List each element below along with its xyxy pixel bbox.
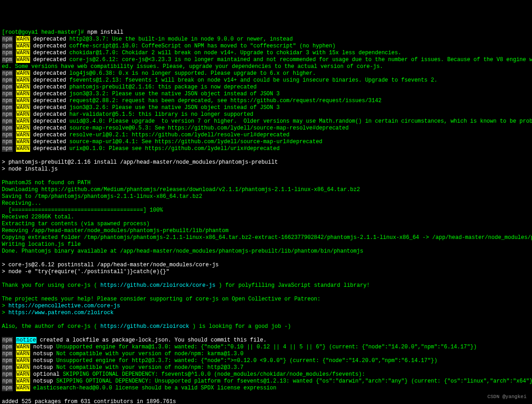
corejs-help: The project needs your help! Please cons…	[2, 296, 530, 303]
npm-warn-line: npm WARN deprecated har-validator@5.1.5:…	[2, 111, 530, 118]
npm-notice: npm notice created a lockfile as package…	[2, 337, 530, 344]
phantom-line: Downloading https://github.com/Medium/ph…	[2, 186, 530, 193]
npm-warn-line: npm WARN deprecated uuid@3.4.0: Please u…	[2, 118, 530, 125]
terminal-output[interactable]: [root@goya1 head-master]# npm installnpm…	[2, 29, 530, 404]
phantom-line: Received 22866K total.	[2, 214, 530, 221]
npm-warn-notsup: npm WARN optional SKIPPING OPTIONAL DEPE…	[2, 371, 530, 378]
npm-warn-notsup: npm WARN notsup Not compatible with your…	[2, 364, 530, 371]
corejs-author: Also, the author of core-js ( https://gi…	[2, 323, 530, 330]
phantom-line: Copying extracted folder /tmp/phantomjs/…	[2, 234, 530, 241]
npm-warn-notsup: npm WARN notsup SKIPPING OPTIONAL DEPEND…	[2, 378, 530, 385]
phantom-line: Removing /app/head-master/node_modules/p…	[2, 228, 530, 234]
script-header: > node install.js	[2, 166, 530, 173]
corejs-link: > https://www.patreon.com/zloirock	[2, 310, 530, 316]
phantom-line: Writing location.js file	[2, 241, 530, 248]
npm-warn-line: npm WARN deprecated fsevents@1.2.13: fse…	[2, 77, 530, 84]
phantom-line: Receiving...	[2, 200, 530, 207]
npm-warn-line: npm WARN deprecated resolve-url@0.2.1: h…	[2, 132, 530, 139]
npm-warn-line: npm WARN deprecated urix@0.1.0: Please s…	[2, 145, 530, 152]
npm-added: added 525 packages from 631 contributors…	[2, 399, 530, 404]
npm-warn-line: npm WARN deprecated log4js@0.6.38: 0.x i…	[2, 70, 530, 77]
phantom-line: PhantomJS not found on PATH	[2, 180, 530, 186]
blank	[2, 330, 530, 337]
npm-warn-line: npm WARN deprecated source-map-url@0.4.1…	[2, 139, 530, 145]
phantom-line: Extracting tar contents (via spawned pro…	[2, 221, 530, 228]
npm-warn-notsup: npm WARN notsup Unsupported engine for k…	[2, 344, 530, 351]
npm-warn-line: npm WARN deprecated source-map-resolve@0…	[2, 125, 530, 132]
npm-warn-line: npm WARN deprecated chokidar@1.7.0: Chok…	[2, 50, 530, 57]
npm-warn-wrap: ed. Some versions have web compatibility…	[2, 63, 530, 70]
npm-warn-license: npm WARN elasticsearch-head@0.0.0 licens…	[2, 385, 530, 392]
npm-warn-line: npm WARN deprecated core-js@2.6.12: core…	[2, 57, 530, 63]
phantom-line: Done. Phantomjs binary available at /app…	[2, 248, 530, 255]
npm-warn-notsup: npm WARN notsup Not compatible with your…	[2, 351, 530, 357]
npm-warn-line: npm WARN deprecated request@2.88.2: requ…	[2, 98, 530, 104]
npm-warn-line: npm WARN deprecated phantomjs-prebuilt@2…	[2, 84, 530, 91]
corejs-thanks: Thank you for using core-js ( https://gi…	[2, 282, 530, 289]
blank	[2, 316, 530, 323]
blank	[2, 173, 530, 180]
phantom-line: Saving to /tmp/phantomjs/phantomjs-2.1.1…	[2, 193, 530, 200]
phantom-line: [=======================================…	[2, 207, 530, 214]
watermark: CSDN @yangkei	[487, 394, 527, 400]
blank	[2, 275, 530, 282]
blank	[2, 392, 530, 399]
npm-warn-line: npm WARN deprecated json3@3.3.2: Please …	[2, 91, 530, 98]
blank	[2, 289, 530, 296]
script-header: > phantomjs-prebuilt@2.1.16 install /app…	[2, 159, 530, 166]
npm-warn-line: npm WARN deprecated json3@3.2.6: Please …	[2, 104, 530, 111]
blank	[2, 255, 530, 262]
blank	[2, 152, 530, 159]
corejs-link: > https://opencollective.com/core-js	[2, 303, 530, 310]
shell-prompt: [root@goya1 head-master]# npm install	[2, 29, 530, 36]
script-header: > node -e "try{require('./postinstall')}…	[2, 269, 530, 275]
npm-warn-line: npm WARN deprecated coffee-script@1.10.0…	[2, 43, 530, 50]
npm-warn-line: npm WARN deprecated http2@3.3.7: Use the…	[2, 36, 530, 43]
script-header: > core-js@2.6.12 postinstall /app/head-m…	[2, 262, 530, 269]
npm-warn-notsup: npm WARN notsup Unsupported engine for h…	[2, 357, 530, 364]
